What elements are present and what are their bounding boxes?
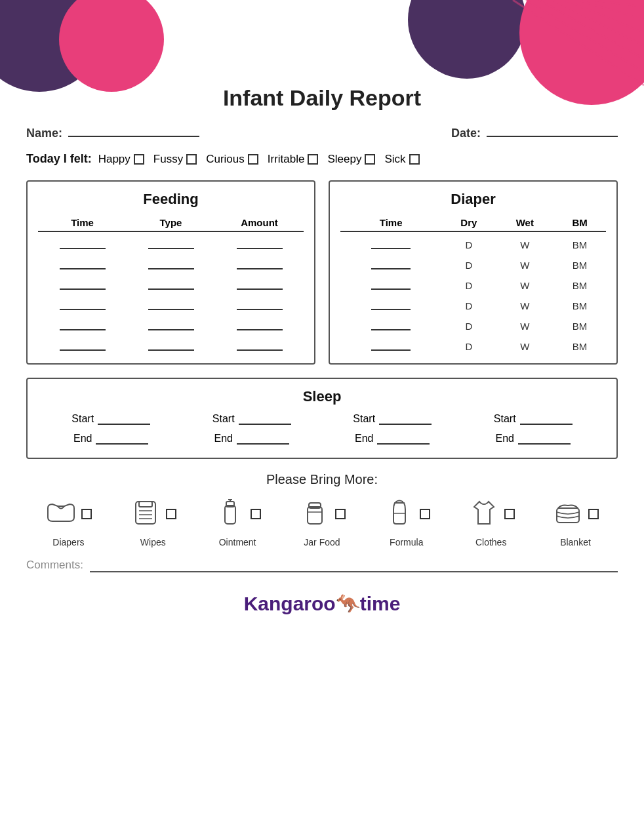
sleep-start-2: Start bbox=[212, 413, 291, 425]
bring-wipes-checkbox[interactable] bbox=[166, 509, 176, 519]
feeding-amount-1[interactable] bbox=[237, 239, 283, 249]
sleep-start-input-1[interactable] bbox=[98, 413, 150, 425]
feeding-time-3[interactable] bbox=[60, 279, 106, 290]
feeding-time-2[interactable] bbox=[60, 259, 106, 269]
diaper-bm-1: BM bbox=[573, 239, 588, 250]
feeling-happy-text: Happy bbox=[98, 153, 131, 166]
comments-label: Comments: bbox=[26, 559, 83, 572]
wipes-icon bbox=[129, 496, 162, 532]
svg-rect-21 bbox=[557, 508, 579, 523]
brand-kangaroo-icon: 🦘 bbox=[336, 593, 360, 614]
bring-ointment-checkbox[interactable] bbox=[251, 509, 261, 519]
sleep-start-label-3: Start bbox=[353, 413, 375, 425]
feeling-fussy-text: Fussy bbox=[153, 153, 183, 166]
brand-part2: time bbox=[360, 593, 401, 614]
date-field: Date: bbox=[451, 124, 618, 140]
feeding-type-3[interactable] bbox=[148, 279, 194, 290]
bring-diapers-checkbox[interactable] bbox=[81, 509, 92, 519]
bring-ointment-icon-row bbox=[214, 496, 261, 532]
feeding-col-type: Type bbox=[127, 214, 215, 231]
bring-formula: Formula bbox=[377, 496, 436, 547]
date-label: Date: bbox=[451, 127, 481, 140]
diaper-title: Diaper bbox=[340, 191, 606, 208]
bring-more-title: Please Bring More: bbox=[26, 472, 618, 487]
bring-diapers-label: Diapers bbox=[52, 537, 84, 547]
feeling-fussy-checkbox[interactable] bbox=[186, 154, 197, 165]
feelings-row: Today I felt: Happy Fussy Curious Irrita… bbox=[26, 152, 618, 166]
page-title: Infant Daily Report bbox=[26, 0, 618, 111]
diaper-table: Time Dry Wet BM D W BM D bbox=[340, 214, 606, 354]
brand-part1: Kangaroo bbox=[244, 593, 336, 614]
diaper-time-2[interactable] bbox=[371, 259, 411, 269]
feeding-time-6[interactable] bbox=[60, 340, 106, 351]
feeding-amount-4[interactable] bbox=[237, 300, 283, 310]
feeling-sleepy: Sleepy bbox=[327, 153, 375, 166]
bring-blanket-checkbox[interactable] bbox=[588, 509, 599, 519]
feeling-sick-checkbox[interactable] bbox=[409, 154, 420, 165]
blanket-icon bbox=[552, 496, 584, 532]
sleep-end-input-2[interactable] bbox=[237, 433, 289, 445]
diaper-col-wet: Wet bbox=[496, 214, 553, 231]
diaper-d-3: D bbox=[465, 280, 472, 291]
feeding-type-2[interactable] bbox=[148, 259, 194, 269]
feeling-irritable-checkbox[interactable] bbox=[308, 154, 318, 165]
sleep-start-input-3[interactable] bbox=[379, 413, 432, 425]
diaper-time-1[interactable] bbox=[371, 239, 411, 249]
diaper-bm-3: BM bbox=[573, 280, 588, 291]
diaper-w-1: W bbox=[520, 239, 529, 250]
feeding-time-5[interactable] bbox=[60, 320, 106, 330]
feeling-irritable-text: Irritable bbox=[268, 153, 305, 166]
bring-diapers-icon-row bbox=[45, 496, 92, 532]
feeding-time-1[interactable] bbox=[60, 239, 106, 249]
diaper-time-6[interactable] bbox=[371, 340, 411, 351]
feeding-amount-2[interactable] bbox=[237, 259, 283, 269]
feeding-type-4[interactable] bbox=[148, 300, 194, 310]
feeding-amount-5[interactable] bbox=[237, 320, 283, 330]
sleep-start-input-4[interactable] bbox=[520, 413, 573, 425]
sleep-start-row: Start Start Start Start bbox=[41, 413, 603, 425]
feeding-amount-3[interactable] bbox=[237, 279, 283, 290]
feeling-sleepy-checkbox[interactable] bbox=[365, 154, 375, 165]
name-field: Name: bbox=[26, 124, 199, 140]
feelings-label: Today I felt: bbox=[26, 152, 92, 166]
feeding-amount-6[interactable] bbox=[237, 340, 283, 351]
table-row bbox=[38, 231, 304, 252]
bring-formula-checkbox[interactable] bbox=[420, 509, 430, 519]
table-row bbox=[38, 273, 304, 293]
comments-input[interactable] bbox=[90, 558, 618, 572]
sleep-end-input-4[interactable] bbox=[518, 433, 571, 445]
diaper-box: Diaper Time Dry Wet BM D W BM bbox=[329, 180, 618, 365]
diaper-time-3[interactable] bbox=[371, 279, 411, 290]
diaper-d-4: D bbox=[465, 300, 472, 311]
feeding-type-5[interactable] bbox=[148, 320, 194, 330]
jarfood-icon bbox=[298, 496, 331, 532]
diaper-time-5[interactable] bbox=[371, 320, 411, 330]
clothes-icon bbox=[468, 496, 500, 532]
name-input[interactable] bbox=[68, 124, 199, 137]
bring-jarfood-checkbox[interactable] bbox=[335, 509, 346, 519]
svg-rect-9 bbox=[139, 502, 152, 507]
diaper-w-3: W bbox=[520, 280, 529, 291]
sleep-end-3: End bbox=[355, 433, 430, 445]
feeding-type-6[interactable] bbox=[148, 340, 194, 351]
sleep-start-label-2: Start bbox=[212, 413, 235, 425]
feeling-happy-checkbox[interactable] bbox=[134, 154, 144, 165]
sleep-end-4: End bbox=[496, 433, 571, 445]
bring-ointment-label: Ointment bbox=[219, 537, 256, 547]
bring-clothes-icon-row bbox=[468, 496, 515, 532]
comments-row: Comments: bbox=[26, 558, 618, 572]
feeling-curious-checkbox[interactable] bbox=[248, 154, 258, 165]
bring-blanket-icon-row bbox=[552, 496, 599, 532]
bring-jarfood-icon-row bbox=[298, 496, 346, 532]
feeling-happy: Happy bbox=[98, 153, 144, 166]
diaper-bm-2: BM bbox=[573, 260, 588, 271]
sleep-start-input-2[interactable] bbox=[239, 413, 291, 425]
feeding-time-4[interactable] bbox=[60, 300, 106, 310]
sleep-end-input-3[interactable] bbox=[377, 433, 430, 445]
feeding-type-1[interactable] bbox=[148, 239, 194, 249]
diaper-time-4[interactable] bbox=[371, 300, 411, 310]
diaper-d-6: D bbox=[465, 341, 472, 352]
bring-clothes-checkbox[interactable] bbox=[504, 509, 515, 519]
date-input[interactable] bbox=[487, 124, 618, 137]
sleep-end-input-1[interactable] bbox=[96, 433, 148, 445]
